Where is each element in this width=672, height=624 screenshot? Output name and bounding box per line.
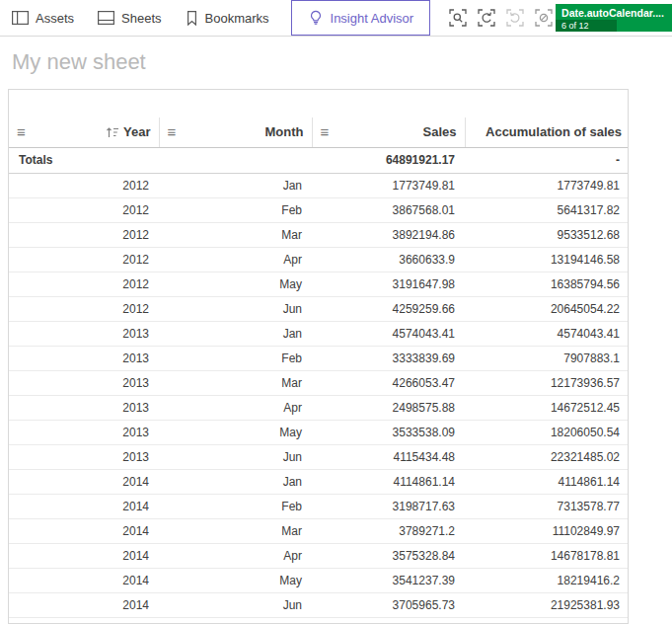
table-cell[interactable]: Feb xyxy=(159,346,312,370)
table-cell[interactable]: 2014 xyxy=(9,592,159,617)
close-icon[interactable]: ✕ xyxy=(664,4,672,32)
table-cell[interactable]: Jan xyxy=(159,469,312,494)
table-cell[interactable]: 2012 xyxy=(9,197,159,222)
table-cell[interactable]: 14678178.81 xyxy=(465,543,629,568)
table-cell[interactable]: 2012 xyxy=(9,272,159,296)
table-cell[interactable]: 3333839.69 xyxy=(312,346,465,370)
table-cell[interactable]: 11102849.97 xyxy=(465,518,629,543)
table-cell[interactable]: 3533538.09 xyxy=(312,420,465,444)
table-cell[interactable]: 2013 xyxy=(9,395,159,420)
table-cell[interactable]: 4114861.14 xyxy=(465,469,629,494)
clear-selections-icon[interactable] xyxy=(532,6,556,30)
table-cell[interactable]: 3191647.98 xyxy=(312,272,465,296)
table-cell[interactable]: Feb xyxy=(159,494,312,518)
table-cell[interactable]: 7907883.1 xyxy=(465,346,629,370)
table-cell[interactable]: 2012 xyxy=(9,222,159,247)
table-cell[interactable]: Jun xyxy=(159,444,312,469)
step-forward-icon[interactable] xyxy=(503,6,527,30)
table-cell[interactable]: 13194146.58 xyxy=(465,247,629,272)
column-label[interactable]: Accumulation of sales xyxy=(485,124,622,139)
column-menu-icon[interactable]: ≡ xyxy=(321,124,330,139)
table-cell[interactable]: Mar xyxy=(159,370,312,395)
table-cell[interactable]: 4259259.66 xyxy=(312,296,465,321)
table-cell[interactable]: 4574043.41 xyxy=(465,321,629,346)
table-cell[interactable]: 4266053.47 xyxy=(312,370,465,395)
table-cell[interactable]: 4574043.41 xyxy=(312,321,465,346)
table-cell[interactable]: Jan xyxy=(159,173,312,197)
column-menu-icon[interactable]: ≡ xyxy=(168,124,177,139)
table-cell[interactable]: 4114861.14 xyxy=(312,469,465,494)
table-cell[interactable]: 1773749.81 xyxy=(312,173,465,197)
table-cell[interactable]: 14672512.45 xyxy=(465,395,629,420)
table-cell[interactable]: 3198717.63 xyxy=(312,494,465,518)
table-row: 2014Jun3705965.7321925381.93 xyxy=(9,592,629,617)
column-header-month[interactable]: ≡ Month xyxy=(159,117,312,147)
column-menu-icon[interactable]: ≡ xyxy=(17,124,26,139)
smart-search-icon[interactable] xyxy=(446,6,470,30)
table-cell[interactable]: 2012 xyxy=(9,296,159,321)
table-cell[interactable]: 2013 xyxy=(9,346,159,370)
table-cell[interactable]: 20645054.22 xyxy=(465,296,629,321)
column-label[interactable]: Sales xyxy=(423,124,457,139)
table-cell[interactable]: 2498575.88 xyxy=(312,395,465,420)
table-cell[interactable]: 2014 xyxy=(9,494,159,518)
table-cell[interactable]: Jun xyxy=(159,296,312,321)
table-cell[interactable]: 16385794.56 xyxy=(465,272,629,296)
table-row: 2013Jan4574043.414574043.41 xyxy=(9,321,629,346)
table-cell[interactable]: 1773749.81 xyxy=(465,173,629,197)
table-cell[interactable]: 2012 xyxy=(9,173,159,197)
table-cell[interactable]: May xyxy=(159,568,312,592)
table-cell[interactable]: 18219416.2 xyxy=(465,568,629,592)
table-cell[interactable]: 3867568.01 xyxy=(312,197,465,222)
table-cell[interactable]: Feb xyxy=(159,197,312,222)
table-cell[interactable]: May xyxy=(159,420,312,444)
table-cell[interactable]: 3541237.39 xyxy=(312,568,465,592)
table-cell[interactable]: Mar xyxy=(159,222,312,247)
column-label[interactable]: Year xyxy=(123,124,150,139)
table-cell[interactable]: 7313578.77 xyxy=(465,494,629,518)
column-header-sales[interactable]: ≡ Sales xyxy=(312,117,465,147)
table-row: 2013Jun4115434.4822321485.02 xyxy=(9,444,629,469)
table-cell[interactable]: Apr xyxy=(159,543,312,568)
selection-field-name: Date.autoCalendar.... xyxy=(556,4,664,19)
tab-label: Assets xyxy=(36,11,74,26)
insight-advisor-button[interactable]: Insight Advisor xyxy=(291,0,431,36)
table-cell[interactable]: 2013 xyxy=(9,444,159,469)
column-header-accumulation[interactable]: Accumulation of sales xyxy=(465,117,629,147)
table-cell[interactable]: 2013 xyxy=(9,370,159,395)
table-cell[interactable]: 3789271.2 xyxy=(312,518,465,543)
table-cell[interactable]: Apr xyxy=(159,247,312,272)
table-cell[interactable]: Jan xyxy=(159,321,312,346)
table-row: 2013May3533538.0918206050.54 xyxy=(9,420,629,444)
table-cell[interactable]: Mar xyxy=(159,518,312,543)
table-cell[interactable]: 12173936.57 xyxy=(465,370,629,395)
table-cell[interactable]: 3575328.84 xyxy=(312,543,465,568)
selection-badge[interactable]: Date.autoCalendar.... 6 of 12 ✕ xyxy=(556,4,672,32)
table-cell[interactable]: 18206050.54 xyxy=(465,420,629,444)
table-cell[interactable]: 3892194.86 xyxy=(312,222,465,247)
table-cell[interactable]: 2014 xyxy=(9,518,159,543)
table-cell[interactable]: 2014 xyxy=(9,568,159,592)
selection-info[interactable]: Date.autoCalendar.... 6 of 12 xyxy=(556,4,664,32)
table-cell[interactable]: 2014 xyxy=(9,543,159,568)
table-cell[interactable]: 2012 xyxy=(9,247,159,272)
table-cell[interactable]: 2014 xyxy=(9,469,159,494)
tab-sheets[interactable]: Sheets xyxy=(86,0,173,36)
table-cell[interactable]: Jun xyxy=(159,592,312,617)
table-cell[interactable]: May xyxy=(159,272,312,296)
step-back-icon[interactable] xyxy=(475,6,498,30)
table-cell[interactable]: 2013 xyxy=(9,420,159,444)
table-cell[interactable]: 3660633.9 xyxy=(312,247,465,272)
table-cell[interactable]: 22321485.02 xyxy=(465,444,629,469)
tab-bookmarks[interactable]: Bookmarks xyxy=(174,0,281,36)
table-cell[interactable]: 2013 xyxy=(9,321,159,346)
column-header-year[interactable]: ≡ Year xyxy=(9,117,159,147)
table-cell[interactable]: 5641317.82 xyxy=(465,197,629,222)
table-cell[interactable]: 9533512.68 xyxy=(465,222,629,247)
table-cell[interactable]: 3705965.73 xyxy=(312,592,465,617)
column-label[interactable]: Month xyxy=(265,124,304,139)
table-cell[interactable]: Apr xyxy=(159,395,312,420)
tab-assets[interactable]: Assets xyxy=(0,0,86,36)
table-cell[interactable]: 21925381.93 xyxy=(465,592,629,617)
table-cell[interactable]: 4115434.48 xyxy=(312,444,465,469)
